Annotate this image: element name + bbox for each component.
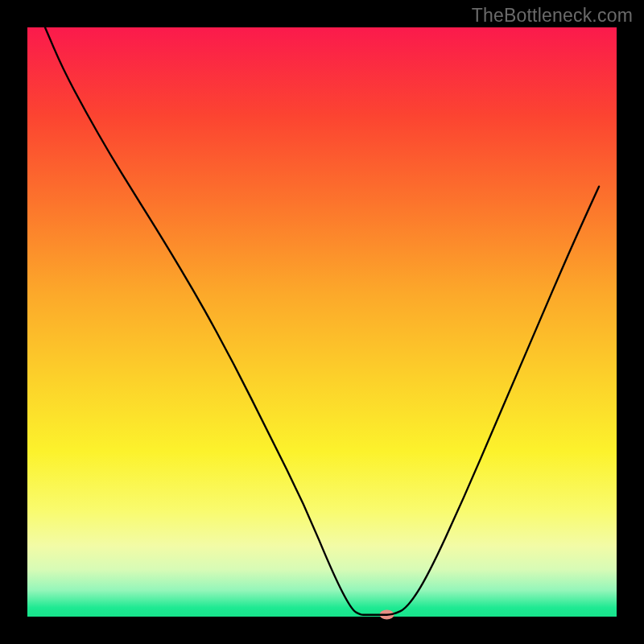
watermark-text: TheBottleneck.com <box>472 5 633 27</box>
plot-area <box>27 27 617 617</box>
chart-svg <box>0 0 644 644</box>
chart-container: TheBottleneck.com <box>0 0 644 644</box>
